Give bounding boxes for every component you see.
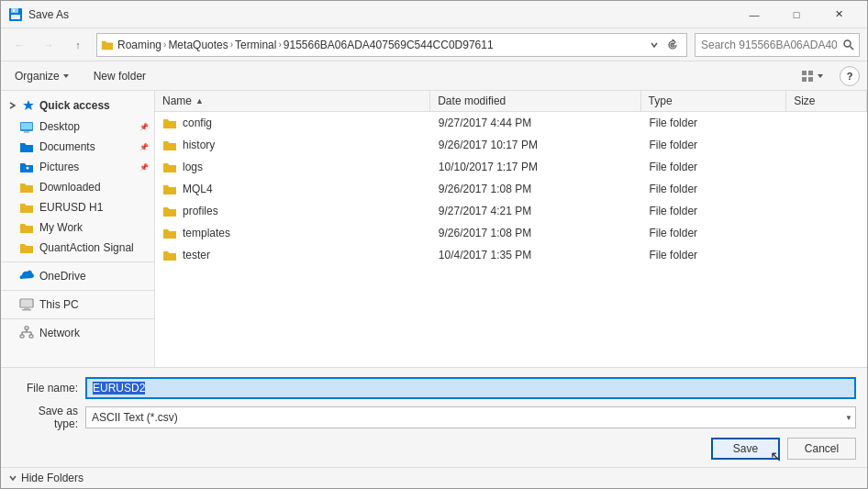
svg-rect-15: [21, 300, 32, 306]
table-row[interactable]: logs 10/10/2017 1:17 PM File folder: [155, 156, 867, 178]
file-date-cell: 10/10/2017 1:17 PM: [431, 158, 642, 176]
sidebar-divider-3: [1, 318, 154, 319]
sidebar-item-pictures[interactable]: Pictures 📌: [1, 157, 154, 177]
filename-input[interactable]: [85, 377, 856, 399]
folder-icon-quantaction: [19, 240, 34, 255]
table-row[interactable]: MQL4 9/26/2017 1:08 PM File folder: [155, 178, 867, 200]
sidebar-item-thispc[interactable]: This PC: [1, 295, 154, 315]
svg-rect-7: [808, 71, 813, 75]
up-button[interactable]: ↑: [67, 34, 89, 56]
sidebar-item-mywork[interactable]: My Work: [1, 217, 154, 238]
search-input[interactable]: [695, 33, 860, 57]
file-name-cell: templates: [155, 223, 431, 243]
file-name-cell: tester: [155, 245, 431, 265]
svg-point-13: [27, 167, 29, 170]
table-row[interactable]: profiles 9/27/2017 4:21 PM File folder: [155, 200, 867, 222]
view-icon: [802, 71, 815, 82]
onedrive-icon: [19, 269, 34, 283]
window-title: Save As: [28, 8, 69, 21]
maximize-button[interactable]: □: [775, 6, 818, 24]
svg-rect-6: [802, 71, 807, 75]
savetype-row: Save as type: ASCII Text (*.csv)CSV (*.c…: [12, 405, 856, 430]
svg-rect-12: [24, 131, 29, 133]
quantaction-folder-icon: [19, 240, 34, 255]
column-header-name[interactable]: Name ▲: [155, 91, 430, 111]
table-row[interactable]: history 9/26/2017 10:17 PM File folder: [155, 134, 867, 156]
sidebar-item-onedrive[interactable]: OneDrive: [1, 266, 154, 286]
column-header-type[interactable]: Type: [641, 91, 787, 111]
title-bar-left: Save As: [8, 7, 69, 22]
folder-icon: [101, 39, 114, 51]
title-bar: Save As — □ ✕: [1, 1, 867, 28]
sidebar-item-network[interactable]: Network: [1, 323, 154, 343]
save-as-dialog: Save As — □ ✕ ← → ↑ Roaming › MetaQuotes…: [0, 0, 868, 489]
column-header-size[interactable]: Size: [786, 91, 867, 111]
forward-button[interactable]: →: [38, 34, 60, 56]
table-row[interactable]: config 9/27/2017 4:44 PM File folder: [155, 112, 867, 134]
pin-icon: 📌: [139, 123, 149, 131]
cancel-button[interactable]: Cancel: [787, 438, 856, 460]
new-folder-button[interactable]: New folder: [87, 67, 152, 85]
navigation-toolbar: ← → ↑ Roaming › MetaQuotes › Terminal › …: [1, 28, 867, 61]
dropdown-icon: [650, 40, 659, 50]
folder-icon-downloaded: [19, 180, 34, 194]
downloaded-folder-icon: [19, 180, 34, 194]
documents-folder-icon: [19, 139, 34, 154]
view-dropdown-icon: [817, 72, 824, 80]
filename-label: File name:: [12, 382, 85, 395]
search-button[interactable]: [841, 38, 856, 52]
sidebar-item-downloaded[interactable]: Downloaded: [1, 177, 154, 197]
svg-rect-19: [20, 335, 24, 338]
svg-rect-20: [29, 335, 33, 338]
column-header-date[interactable]: Date modified: [430, 91, 640, 111]
svg-rect-17: [22, 309, 31, 311]
close-button[interactable]: ✕: [818, 6, 860, 24]
hide-folders-bar[interactable]: Hide Folders: [1, 467, 867, 488]
file-name-cell: profiles: [155, 201, 431, 221]
savetype-select[interactable]: ASCII Text (*.csv)CSV (*.csv)Text (*.txt…: [85, 406, 856, 428]
desktop-icon: [19, 119, 34, 134]
table-row[interactable]: tester 10/4/2017 1:35 PM File folder: [155, 244, 867, 266]
search-icon: [843, 39, 854, 50]
file-name-cell: logs: [155, 157, 431, 177]
file-size-cell: [787, 186, 867, 192]
file-date-cell: 10/4/2017 1:35 PM: [431, 246, 642, 264]
view-button[interactable]: [797, 68, 829, 84]
thispc-icon: [19, 297, 34, 312]
pictures-folder-icon: [19, 160, 34, 174]
breadcrumb-item: Roaming: [117, 39, 161, 51]
svg-rect-9: [808, 77, 813, 82]
search-wrapper: [695, 33, 860, 57]
organize-button[interactable]: Organize: [8, 67, 76, 85]
file-name-cell: MQL4: [155, 179, 431, 199]
address-bar[interactable]: Roaming › MetaQuotes › Terminal › 915566…: [96, 33, 687, 57]
sidebar-item-quantaction[interactable]: QuantAction Signal: [1, 238, 154, 258]
folder-row-icon: [162, 160, 177, 174]
quick-access-header[interactable]: Quick access: [1, 94, 154, 117]
svg-rect-8: [802, 77, 807, 82]
file-type-cell: File folder: [641, 114, 786, 132]
sidebar-item-desktop[interactable]: Desktop 📌: [1, 117, 154, 137]
sidebar-item-documents[interactable]: Documents 📌: [1, 137, 154, 157]
folder-row-icon: [162, 182, 177, 196]
save-button[interactable]: Save ↖: [711, 438, 780, 460]
file-type-cell: File folder: [641, 202, 786, 220]
file-date-cell: 9/27/2017 4:44 PM: [431, 114, 642, 132]
table-row[interactable]: templates 9/26/2017 1:08 PM File folder: [155, 222, 867, 244]
help-button[interactable]: ?: [840, 66, 860, 86]
breadcrumb-item: Terminal: [235, 39, 276, 51]
sidebar-divider-2: [1, 290, 154, 291]
back-button[interactable]: ←: [8, 34, 30, 56]
cursor-indicator: ↖: [770, 448, 782, 465]
file-date-cell: 9/26/2017 1:08 PM: [431, 224, 642, 242]
breadcrumb-item: MetaQuotes: [168, 39, 228, 51]
minimize-button[interactable]: —: [733, 6, 775, 24]
quick-access-star-icon: [21, 98, 36, 113]
file-rows-container: config 9/27/2017 4:44 PM File folder his…: [155, 112, 867, 266]
file-date-cell: 9/27/2017 4:21 PM: [431, 202, 642, 220]
refresh-button[interactable]: [662, 35, 683, 55]
sidebar-item-eurusd[interactable]: EURUSD H1: [1, 197, 154, 217]
mywork-folder-icon: [19, 220, 34, 235]
folder-row-icon: [162, 204, 177, 218]
file-size-cell: [787, 252, 867, 258]
